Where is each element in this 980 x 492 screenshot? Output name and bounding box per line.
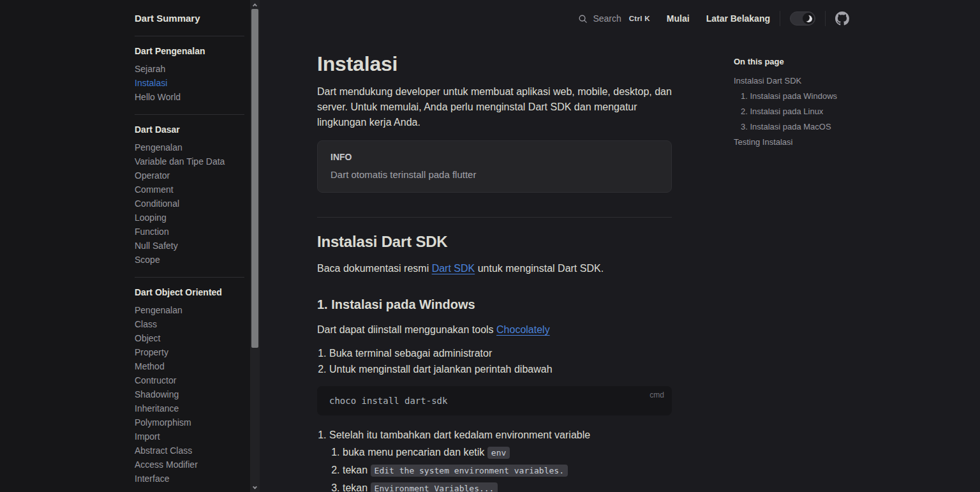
sidebar: Dart Summary Dart PengenalanSejarahInsta…	[0, 0, 251, 492]
sidebar-item-variable-dan-tipe-data[interactable]: Variable dan Tipe Data	[135, 154, 244, 168]
navbar: Search Ctrl K MulaiLatar Belakang	[260, 0, 980, 37]
nav-links: MulaiLatar Belakang	[650, 13, 770, 24]
sidebar-item-function[interactable]: Function	[135, 225, 244, 239]
theme-toggle[interactable]	[790, 11, 815, 26]
sidebar-item-access-modifier[interactable]: Access Modifier	[135, 458, 244, 472]
sidebar-item-inheritance[interactable]: Inheritance	[135, 401, 244, 415]
info-box-label: INFO	[330, 151, 658, 163]
sidebar-item-null-safety[interactable]: Null Safety	[135, 239, 244, 253]
sidebar-item-hello-world[interactable]: Hello World	[135, 90, 244, 104]
sidebar-item-shadowing[interactable]: Shadowing	[135, 387, 244, 401]
scrollbar-thumb[interactable]	[251, 9, 258, 348]
content-link-chocolately[interactable]: Chocolately	[496, 324, 550, 335]
outline-item: Instalasi Dart SDK	[734, 73, 893, 88]
navbar-divider	[780, 11, 780, 26]
code-block[interactable]: cmd choco install dart-sdk	[317, 386, 672, 415]
env-steps-list: Setelah itu tambahkan dart kedalam envir…	[317, 427, 672, 492]
sidebar-sections: Dart PengenalanSejarahInstalasiHello Wor…	[135, 36, 244, 486]
toggle-knob	[803, 13, 814, 24]
list-item: buka menu pencarian dan ketik env	[343, 444, 672, 461]
sidebar-item-operator[interactable]: Operator	[135, 168, 244, 183]
navbar-divider	[825, 11, 826, 26]
app-window: Dart Summary Dart PengenalanSejarahInsta…	[0, 0, 980, 492]
list-item: tekan Edit the system environment variab…	[343, 462, 672, 479]
sidebar-item-class[interactable]: Class	[135, 317, 244, 331]
scrollbar-up-button[interactable]	[250, 0, 260, 9]
scrollbar-down-button[interactable]	[250, 483, 260, 492]
sidebar-item-instalasi[interactable]: Instalasi	[135, 76, 244, 90]
list-item: tekan Environment Variables...	[343, 480, 672, 492]
sidebar-item-import[interactable]: Import	[135, 429, 244, 444]
sidebar-group-title: Dart Dasar	[135, 124, 244, 135]
sidebar-group-dart-object-oriented: Dart Object OrientedPengenalanClassObjec…	[135, 277, 244, 486]
sub-steps-list: buka menu pencarian dan ketik envtekan E…	[329, 444, 672, 492]
install-steps-list: Buka terminal sebagai administratorUntuk…	[317, 345, 672, 377]
info-box-text: Dart otomatis terinstall pada flutter	[330, 168, 658, 182]
sidebar-item-conditional[interactable]: Conditional	[135, 197, 244, 211]
on-this-page-title: On this page	[734, 56, 893, 67]
sidebar-title: Dart Summary	[135, 11, 244, 26]
windows-paragraph: Dart dapat diinstall menggunakan tools C…	[317, 322, 672, 338]
sidebar-group-title: Dart Pengenalan	[135, 45, 244, 57]
sidebar-group-title: Dart Object Oriented	[135, 287, 244, 298]
list-item: Setelah itu tambahkan dart kedalam envir…	[329, 427, 672, 492]
list-item: Buka terminal sebagai administrator	[329, 345, 672, 361]
sidebar-item-abstract-class[interactable]: Abstract Class	[135, 444, 244, 458]
sidebar-item-sejarah[interactable]: Sejarah	[135, 62, 244, 76]
search-icon	[578, 14, 588, 24]
sidebar-item-method[interactable]: Method	[135, 359, 244, 373]
info-box: INFO Dart otomatis terinstall pada flutt…	[317, 140, 672, 193]
chevron-down-icon	[253, 484, 257, 489]
github-icon	[835, 11, 849, 26]
moon-icon	[804, 14, 812, 22]
sidebar-item-comment[interactable]: Comment	[135, 183, 244, 197]
sidebar-item-property[interactable]: Property	[135, 345, 244, 359]
inline-code: Edit the system environment variables.	[371, 465, 568, 477]
outline-link-instalasi-dart-sdk[interactable]: Instalasi Dart SDK	[734, 76, 801, 86]
nav-link-latar-belakang[interactable]: Latar Belakang	[706, 13, 770, 24]
github-link[interactable]	[835, 11, 849, 26]
code-pre: choco install dart-sdk	[329, 396, 660, 406]
inline-code: env	[487, 447, 510, 459]
inline-code: Environment Variables...	[371, 482, 498, 492]
sidebar-item-looping[interactable]: Looping	[135, 211, 244, 225]
sidebar-item-contructor[interactable]: Contructor	[135, 373, 244, 387]
on-this-page-list: Instalasi Dart SDK1. Instalasi pada Wind…	[734, 73, 893, 149]
section-heading-dart-sdk: Instalasi Dart SDK	[317, 217, 672, 252]
code-text: choco install dart-sdk	[329, 396, 447, 406]
list-item: Untuk menginstall dart jalankan perintah…	[329, 361, 672, 377]
code-lang-label: cmd	[650, 391, 664, 399]
sidebar-item-polymorphism[interactable]: Polymorphism	[135, 415, 244, 429]
page-title: Instalasi	[317, 51, 672, 77]
sidebar-item-scope[interactable]: Scope	[135, 253, 244, 267]
outline-link-testing-instalasi[interactable]: Testing Instalasi	[734, 137, 793, 147]
search-button[interactable]: Search Ctrl K	[578, 13, 650, 24]
sidebar-item-interface[interactable]: Interface	[135, 472, 244, 486]
on-this-page: On this page Instalasi Dart SDK1. Instal…	[734, 56, 893, 149]
sidebar-group-dart-pengenalan: Dart PengenalanSejarahInstalasiHello Wor…	[135, 36, 244, 104]
sidebar-inner: Dart Summary Dart PengenalanSejarahInsta…	[0, 0, 251, 486]
content-link-dart-sdk[interactable]: Dart SDK	[432, 263, 475, 274]
outline-link-2-instalasi-pada-linux[interactable]: 2. Instalasi pada Linux	[741, 107, 823, 116]
sidebar-item-object[interactable]: Object	[135, 331, 244, 345]
sdk-paragraph: Baca dokumentasi resmi Dart SDK untuk me…	[317, 261, 672, 276]
outline-item: Testing Instalasi	[734, 134, 893, 149]
outline-link-1-instalasi-pada-windows[interactable]: 1. Instalasi pada Windows	[741, 91, 837, 101]
outline-item: 1. Instalasi pada Windows	[734, 88, 893, 103]
nav-link-mulai[interactable]: Mulai	[667, 13, 690, 24]
section-heading-windows: 1. Instalasi pada Windows	[317, 295, 672, 313]
sidebar-group-dart-dasar: Dart DasarPengenalanVariable dan Tipe Da…	[135, 114, 244, 267]
doc-content: Instalasi Dart mendukung developer untuk…	[317, 37, 672, 492]
sidebar-item-pengenalan[interactable]: Pengenalan	[135, 303, 244, 317]
outline-item: 2. Instalasi pada Linux	[734, 103, 893, 119]
chevron-up-icon	[253, 3, 257, 8]
outline-link-3-instalasi-pada-macos[interactable]: 3. Instalasi pada MacOS	[741, 122, 831, 131]
search-shortcut: Ctrl K	[629, 15, 650, 22]
search-placeholder: Search	[593, 13, 621, 24]
outline-item: 3. Instalasi pada MacOS	[734, 119, 893, 134]
sidebar-scrollbar[interactable]	[250, 0, 260, 492]
sidebar-item-pengenalan[interactable]: Pengenalan	[135, 140, 244, 154]
intro-paragraph: Dart mendukung developer untuk membuat a…	[317, 84, 672, 130]
